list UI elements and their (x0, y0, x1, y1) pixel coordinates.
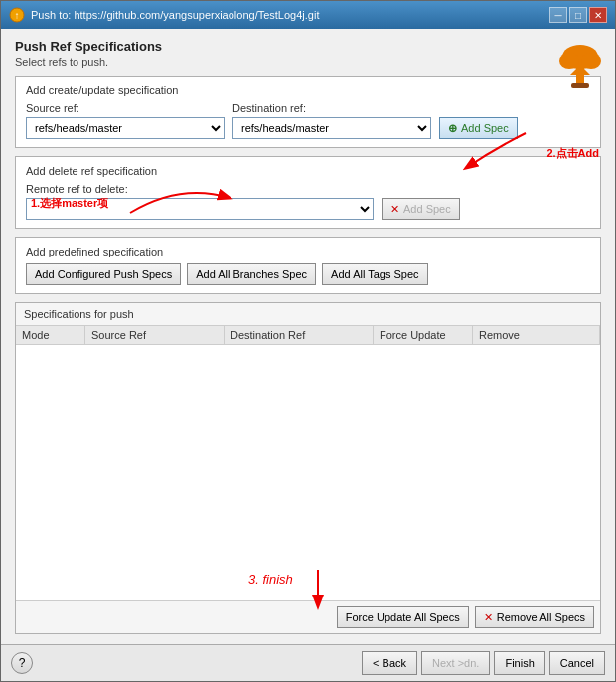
spec-table-title: Specifications for push (16, 303, 600, 326)
col-header-remove: Remove (473, 326, 600, 344)
title-bar-buttons: ─ □ ✕ (549, 7, 607, 23)
bottom-nav-buttons: < Back Next >dn. Finish Cancel (362, 651, 605, 675)
col-header-source: Source Ref (85, 326, 225, 344)
create-form-row: Source ref: refs/heads/master Destinatio… (26, 102, 590, 139)
back-button[interactable]: < Back (362, 651, 417, 675)
table-body (16, 345, 600, 600)
create-update-section: Add create/update specification Source r… (15, 76, 601, 148)
predefined-section: Add predefined specification Add Configu… (15, 237, 601, 294)
remote-ref-group: Remote ref to delete: (26, 183, 374, 220)
delete-form-row: Remote ref to delete: ✕ Add Spec (26, 183, 590, 220)
spec-table-section: Specifications for push Mode Source Ref … (15, 302, 601, 634)
col-header-force: Force Update (374, 326, 473, 344)
dest-ref-select[interactable]: refs/heads/master (232, 117, 431, 139)
table-actions: Force Update All Specs ✕ Remove All Spec… (16, 600, 600, 633)
add-configured-push-specs-label: Add Configured Push Specs (35, 268, 172, 280)
title-bar-left: ↑ Push to: https://github.com/yangsuperx… (9, 7, 319, 23)
cancel-button[interactable]: Cancel (549, 651, 605, 675)
table-header: Mode Source Ref Destination Ref Force Up… (16, 326, 600, 345)
plus-icon: ⊕ (448, 122, 457, 135)
cloud-upload-icon (555, 37, 605, 96)
help-button[interactable]: ? (11, 652, 33, 674)
delete-ref-section: Add delete ref specification Remote ref … (15, 156, 601, 229)
add-configured-push-specs-button[interactable]: Add Configured Push Specs (26, 263, 181, 285)
add-spec-button-delete[interactable]: ✕ Add Spec (382, 198, 460, 220)
remove-all-specs-label: Remove All Specs (497, 611, 585, 623)
source-ref-label: Source ref: (26, 102, 225, 114)
content-area: Push Ref Specifications Select refs to p… (1, 29, 615, 644)
page-header: Push Ref Specifications Select refs to p… (15, 39, 601, 68)
maximize-button[interactable]: □ (569, 7, 587, 23)
force-update-all-specs-button[interactable]: Force Update All Specs (337, 606, 469, 628)
remote-ref-label: Remote ref to delete: (26, 183, 374, 195)
x-icon: ✕ (390, 203, 399, 216)
delete-section-title: Add delete ref specification (26, 165, 590, 177)
page-subtitle: Select refs to push. (15, 56, 601, 68)
remote-ref-select[interactable] (26, 198, 374, 220)
dest-ref-label: Destination ref: (232, 102, 431, 114)
add-all-tags-spec-button[interactable]: Add All Tags Spec (322, 263, 427, 285)
close-button[interactable]: ✕ (589, 7, 607, 23)
force-update-all-specs-label: Force Update All Specs (346, 611, 460, 623)
main-window: ↑ Push to: https://github.com/yangsuperx… (0, 0, 616, 682)
add-all-tags-spec-label: Add All Tags Spec (331, 268, 418, 280)
dest-ref-group: Destination ref: refs/heads/master (232, 102, 431, 139)
next-button[interactable]: Next >dn. (421, 651, 490, 675)
source-ref-group: Source ref: refs/heads/master (26, 102, 225, 139)
svg-text:↑: ↑ (15, 10, 20, 21)
predefined-section-title: Add predefined specification (26, 246, 590, 257)
source-ref-select[interactable]: refs/heads/master (26, 117, 225, 139)
window-title: Push to: https://github.com/yangsuperxia… (31, 9, 319, 21)
add-all-branches-spec-button[interactable]: Add All Branches Spec (187, 263, 316, 285)
finish-button[interactable]: Finish (494, 651, 544, 675)
add-all-branches-spec-label: Add All Branches Spec (196, 268, 307, 280)
remove-all-specs-button[interactable]: ✕ Remove All Specs (475, 606, 594, 628)
window-icon: ↑ (9, 7, 25, 23)
predefined-buttons-row: Add Configured Push Specs Add All Branch… (26, 263, 590, 285)
col-header-dest: Destination Ref (225, 326, 374, 344)
minimize-button[interactable]: ─ (549, 7, 567, 23)
col-header-mode: Mode (16, 326, 85, 344)
remove-icon: ✕ (484, 611, 493, 624)
bottom-bar: ? < Back Next >dn. Finish Cancel (1, 644, 615, 681)
page-title: Push Ref Specifications (15, 39, 601, 54)
add-spec-label-delete: Add Spec (403, 203, 451, 215)
svg-rect-7 (571, 83, 589, 88)
create-section-title: Add create/update specification (26, 85, 590, 96)
title-bar: ↑ Push to: https://github.com/yangsuperx… (1, 1, 615, 29)
add-spec-button-create[interactable]: ⊕ Add Spec (439, 117, 518, 139)
add-spec-label-create: Add Spec (461, 122, 509, 134)
